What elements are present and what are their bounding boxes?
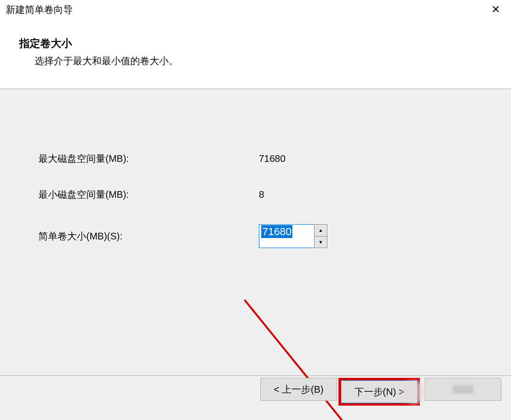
max-disk-row: 最大磁盘空间量(MB): 71680 [0, 152, 511, 165]
blur-overlay [402, 380, 426, 404]
divider [0, 375, 511, 376]
volume-size-row: 简单卷大小(MB)(S): 71680 ▲ ▼ [0, 224, 511, 248]
min-disk-label: 最小磁盘空间量(MB): [38, 188, 259, 201]
window-title: 新建简单卷向导 [6, 3, 73, 16]
page-subtitle: 选择介于最大和最小值的卷大小。 [19, 55, 511, 68]
volume-size-label: 简单卷大小(MB)(S): [38, 230, 259, 243]
page-title: 指定卷大小 [19, 36, 511, 51]
back-button[interactable]: < 上一步(B) [260, 378, 337, 401]
spinner-down-icon[interactable]: ▼ [314, 237, 327, 248]
volume-size-selected-text: 71680 [261, 225, 292, 238]
close-icon[interactable]: ✕ [486, 3, 505, 16]
cancel-button[interactable] [425, 378, 501, 401]
spinner-buttons: ▲ ▼ [314, 224, 327, 248]
min-disk-row: 最小磁盘空间量(MB): 8 [0, 188, 511, 201]
wizard-header: 指定卷大小 选择介于最大和最小值的卷大小。 [0, 19, 511, 89]
max-disk-value: 71680 [259, 153, 286, 164]
blur-overlay [453, 385, 474, 394]
max-disk-label: 最大磁盘空间量(MB): [38, 152, 259, 165]
title-bar: 新建简单卷向导 ✕ [0, 0, 511, 19]
wizard-button-bar: < 上一步(B) 下一步(N) > [260, 378, 501, 406]
volume-size-spinner[interactable]: 71680 ▲ ▼ [259, 224, 327, 248]
content-area: 最大磁盘空间量(MB): 71680 最小磁盘空间量(MB): 8 简单卷大小(… [0, 89, 511, 420]
min-disk-value: 8 [259, 189, 264, 200]
next-button-highlight: 下一步(N) > [338, 378, 420, 406]
spinner-up-icon[interactable]: ▲ [314, 225, 327, 237]
volume-size-input[interactable]: 71680 [259, 224, 314, 248]
